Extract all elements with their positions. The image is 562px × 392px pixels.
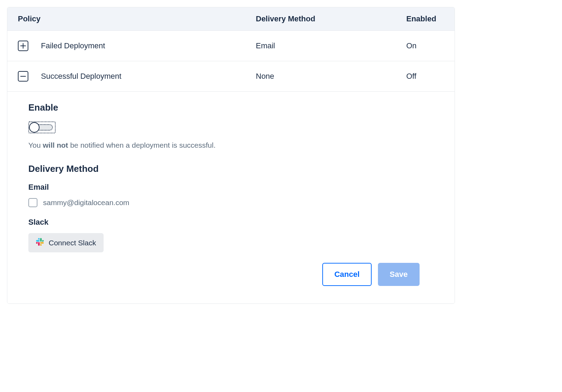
table-row: Failed Deployment Email On — [7, 31, 455, 61]
desc-text-prefix: You — [28, 141, 43, 149]
delivery-method-heading: Delivery Method — [28, 163, 434, 174]
column-header-policy: Policy — [18, 14, 256, 23]
table-row: Successful Deployment None Off — [7, 61, 455, 92]
policy-name: Failed Deployment — [41, 41, 105, 50]
email-address: sammy@digitalocean.com — [43, 198, 129, 207]
enabled-value: On — [406, 41, 444, 50]
email-subheading: Email — [28, 183, 434, 192]
minus-icon — [20, 74, 26, 79]
column-header-delivery: Delivery Method — [256, 14, 406, 23]
enabled-value: Off — [406, 72, 444, 81]
slack-subheading: Slack — [28, 218, 434, 227]
expand-toggle-button[interactable] — [18, 41, 28, 51]
email-checkbox[interactable] — [28, 198, 37, 207]
connect-slack-label: Connect Slack — [49, 239, 96, 247]
notifications-table: Policy Delivery Method Enabled Failed De… — [7, 7, 455, 304]
collapse-toggle-button[interactable] — [18, 71, 28, 82]
desc-text-bold: will not — [43, 141, 68, 149]
delivery-value: Email — [256, 41, 406, 50]
delivery-value: None — [256, 72, 406, 81]
column-header-enabled: Enabled — [406, 14, 444, 23]
enable-description: You will not be notified when a deployme… — [28, 141, 434, 149]
plus-icon — [20, 43, 26, 49]
save-button[interactable]: Save — [378, 263, 420, 286]
cancel-button[interactable]: Cancel — [322, 263, 371, 286]
email-option-row: sammy@digitalocean.com — [28, 198, 434, 207]
slack-icon — [36, 238, 44, 247]
desc-text-suffix: be notified when a deployment is success… — [68, 141, 216, 149]
panel-footer-actions: Cancel Save — [28, 252, 434, 289]
policy-details-panel: Enable You will not be notified when a d… — [7, 92, 455, 303]
connect-slack-button[interactable]: Connect Slack — [28, 233, 104, 252]
toggle-knob — [29, 122, 40, 133]
enable-section-heading: Enable — [28, 102, 434, 113]
table-header: Policy Delivery Method Enabled — [7, 7, 455, 31]
enable-toggle[interactable] — [28, 121, 56, 133]
policy-name: Successful Deployment — [41, 72, 121, 81]
